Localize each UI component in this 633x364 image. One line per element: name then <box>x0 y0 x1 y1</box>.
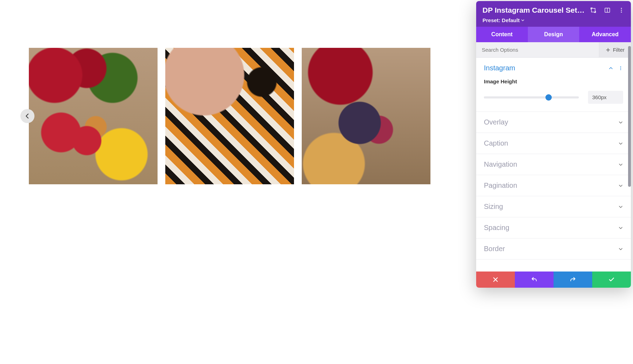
svg-point-3 <box>621 10 622 11</box>
plus-icon <box>606 47 610 52</box>
accordion-toggle-sizing[interactable]: Sizing <box>476 196 631 217</box>
panel-tabs: Content Design Advanced <box>476 27 631 42</box>
slider-fill <box>484 96 549 98</box>
accordion-toggle-border[interactable]: Border <box>476 238 631 259</box>
accordion-title: Border <box>484 245 505 253</box>
preset-value: Default <box>502 17 520 23</box>
image-height-label: Image Height <box>484 78 623 84</box>
tab-design[interactable]: Design <box>528 27 580 42</box>
redo-icon <box>570 276 576 283</box>
settings-panel: DP Instagram Carousel Setti... Preset: <box>476 1 631 288</box>
accordion-toggle-caption[interactable]: Caption <box>476 133 631 154</box>
accordion-item-spacing: Spacing <box>476 217 631 238</box>
undo-icon <box>531 276 537 283</box>
svg-point-2 <box>621 8 622 9</box>
accordion-toggle-overlay[interactable]: Overlay <box>476 112 631 133</box>
panel-footer <box>476 272 631 288</box>
accordion-title: Instagram <box>484 64 515 72</box>
svg-point-5 <box>620 66 621 67</box>
carousel-slide[interactable] <box>165 48 294 184</box>
more-vertical-icon[interactable] <box>618 66 623 71</box>
tab-advanced[interactable]: Advanced <box>579 27 631 42</box>
svg-point-4 <box>621 12 622 13</box>
check-icon <box>608 276 615 283</box>
accordion-item-pagination: Pagination <box>476 175 631 196</box>
layout-columns-icon[interactable] <box>604 7 610 13</box>
panel-header: DP Instagram Carousel Setti... Preset: <box>476 1 631 27</box>
carousel-preview <box>0 0 346 364</box>
chevron-down-icon <box>618 204 623 209</box>
panel-scrollbar[interactable] <box>628 46 631 272</box>
svg-point-7 <box>620 69 621 70</box>
chevron-down-icon <box>618 225 623 230</box>
chevron-down-icon <box>618 120 623 125</box>
slider-thumb[interactable] <box>545 94 552 101</box>
accordion-item-instagram: Instagram Image Height <box>476 58 631 112</box>
accordion-toggle-navigation[interactable]: Navigation <box>476 154 631 175</box>
accordion-toggle-instagram[interactable]: Instagram <box>476 58 631 78</box>
svg-point-6 <box>620 68 621 68</box>
tab-content[interactable]: Content <box>476 27 528 42</box>
filter-button[interactable]: Filter <box>599 42 631 57</box>
cancel-button[interactable] <box>476 272 515 288</box>
svg-rect-0 <box>592 8 595 12</box>
accordion-toggle-pagination[interactable]: Pagination <box>476 175 631 196</box>
scrollbar-thumb[interactable] <box>628 46 631 187</box>
carousel-prev-button[interactable] <box>20 109 34 123</box>
image-height-slider[interactable] <box>484 96 579 98</box>
accordion-item-caption: Caption <box>476 133 631 154</box>
accordion-item-overlay: Overlay <box>476 112 631 133</box>
search-input[interactable] <box>476 42 599 57</box>
image-height-value[interactable] <box>588 91 623 104</box>
chevron-down-icon <box>618 162 623 167</box>
undo-button[interactable] <box>515 272 554 288</box>
accordion: Instagram Image Height <box>476 58 631 272</box>
redo-button[interactable] <box>554 272 592 288</box>
accordion-toggle-spacing[interactable]: Spacing <box>476 217 631 238</box>
chevron-left-icon <box>24 113 31 119</box>
accordion-title: Spacing <box>484 224 509 232</box>
accordion-item-sizing: Sizing <box>476 196 631 217</box>
accordion-title: Navigation <box>484 160 517 168</box>
preset-dropdown[interactable]: Preset: Default <box>482 17 625 23</box>
preset-label: Preset: <box>482 17 500 23</box>
accordion-body-instagram: Image Height <box>476 78 631 111</box>
chevron-down-icon <box>618 183 623 188</box>
expand-icon[interactable] <box>590 7 596 13</box>
caret-down-icon <box>521 19 524 22</box>
more-vertical-icon[interactable] <box>618 7 625 13</box>
accordion-title: Pagination <box>484 181 517 190</box>
accordion-item-border: Border <box>476 238 631 260</box>
filter-label: Filter <box>613 47 625 53</box>
close-icon <box>492 276 499 283</box>
carousel <box>0 48 346 184</box>
accordion-title: Caption <box>484 139 508 147</box>
accordion-item-navigation: Navigation <box>476 154 631 175</box>
carousel-slide[interactable] <box>29 48 158 184</box>
panel-title: DP Instagram Carousel Setti... <box>482 6 587 14</box>
search-row: Filter <box>476 42 631 58</box>
accordion-title: Sizing <box>484 203 503 211</box>
chevron-down-icon <box>618 247 623 251</box>
chevron-down-icon <box>618 141 623 146</box>
carousel-slide[interactable] <box>302 48 430 184</box>
save-button[interactable] <box>592 272 631 288</box>
accordion-title: Overlay <box>484 118 508 126</box>
chevron-up-icon <box>608 66 613 71</box>
